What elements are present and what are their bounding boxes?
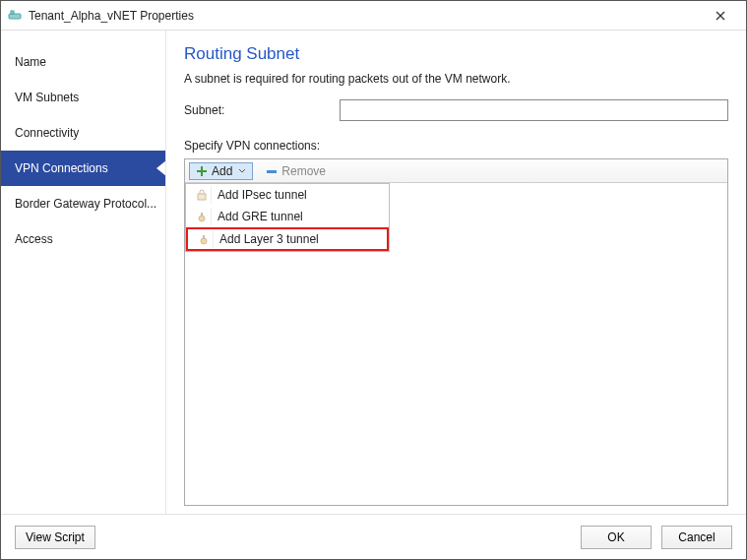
sidebar-item-access[interactable]: Access bbox=[1, 221, 165, 257]
close-icon bbox=[716, 11, 725, 21]
window-title: Tenant_Alpha_vNET Properties bbox=[29, 9, 194, 23]
sidebar-item-vpn-connections[interactable]: VPN Connections bbox=[1, 151, 165, 186]
sidebar-item-label: Name bbox=[15, 55, 46, 69]
dialog-footer: View Script OK Cancel bbox=[1, 514, 746, 559]
layer3-icon bbox=[194, 230, 214, 248]
sidebar-item-label: Border Gateway Protocol... bbox=[15, 197, 156, 211]
close-button[interactable] bbox=[701, 2, 740, 30]
sidebar-item-name[interactable]: Name bbox=[1, 44, 165, 80]
menu-item-label: Add GRE tunnel bbox=[218, 210, 303, 223]
svg-rect-0 bbox=[9, 14, 21, 19]
sidebar-item-label: Access bbox=[15, 232, 53, 246]
menu-item-label: Add Layer 3 tunnel bbox=[219, 232, 319, 246]
page-heading: Routing Subnet bbox=[184, 44, 728, 64]
view-script-button[interactable]: View Script bbox=[15, 526, 95, 549]
add-dropdown: Add IPsec tunnel Add GRE tunnel Add Laye… bbox=[185, 183, 390, 252]
gre-icon bbox=[192, 208, 212, 225]
svg-rect-5 bbox=[197, 170, 207, 172]
sidebar-item-vm-subnets[interactable]: VM Subnets bbox=[1, 80, 165, 115]
cancel-button[interactable]: Cancel bbox=[661, 526, 732, 549]
plus-icon bbox=[196, 165, 208, 177]
sidebar-item-label: VM Subnets bbox=[15, 91, 79, 104]
sidebar-item-connectivity[interactable]: Connectivity bbox=[1, 115, 165, 151]
grid-toolbar: Add Remove bbox=[185, 159, 727, 183]
svg-rect-7 bbox=[198, 194, 206, 200]
window-icon bbox=[7, 8, 23, 24]
add-button[interactable]: Add bbox=[189, 162, 253, 180]
minus-icon bbox=[266, 166, 278, 176]
specify-label: Specify VPN connections: bbox=[184, 139, 728, 153]
svg-rect-9 bbox=[201, 213, 203, 217]
chevron-down-icon bbox=[238, 168, 246, 173]
vpn-connections-grid: Add Remove bbox=[184, 158, 728, 506]
sidebar-item-label: VPN Connections bbox=[15, 161, 108, 175]
add-gre-tunnel[interactable]: Add GRE tunnel bbox=[186, 206, 389, 227]
remove-label: Remove bbox=[281, 164, 326, 178]
page-description: A subnet is required for routing packets… bbox=[184, 72, 728, 86]
properties-dialog: Tenant_Alpha_vNET Properties Name VM Sub… bbox=[0, 0, 747, 560]
svg-rect-1 bbox=[11, 11, 14, 14]
add-layer3-tunnel[interactable]: Add Layer 3 tunnel bbox=[186, 227, 389, 251]
add-label: Add bbox=[212, 164, 232, 178]
remove-button[interactable]: Remove bbox=[259, 162, 333, 180]
menu-item-label: Add IPsec tunnel bbox=[218, 188, 307, 202]
svg-rect-6 bbox=[267, 170, 277, 173]
ipsec-icon bbox=[192, 186, 212, 204]
add-ipsec-tunnel[interactable]: Add IPsec tunnel bbox=[186, 184, 389, 206]
sidebar: Name VM Subnets Connectivity VPN Connect… bbox=[1, 31, 166, 514]
sidebar-item-bgp[interactable]: Border Gateway Protocol... bbox=[1, 186, 165, 221]
svg-rect-11 bbox=[203, 235, 205, 239]
sidebar-item-label: Connectivity bbox=[15, 126, 79, 140]
subnet-input[interactable] bbox=[340, 99, 728, 121]
titlebar: Tenant_Alpha_vNET Properties bbox=[1, 1, 746, 31]
main-panel: Routing Subnet A subnet is required for … bbox=[166, 31, 746, 514]
subnet-label: Subnet: bbox=[184, 103, 340, 117]
ok-button[interactable]: OK bbox=[581, 526, 652, 549]
